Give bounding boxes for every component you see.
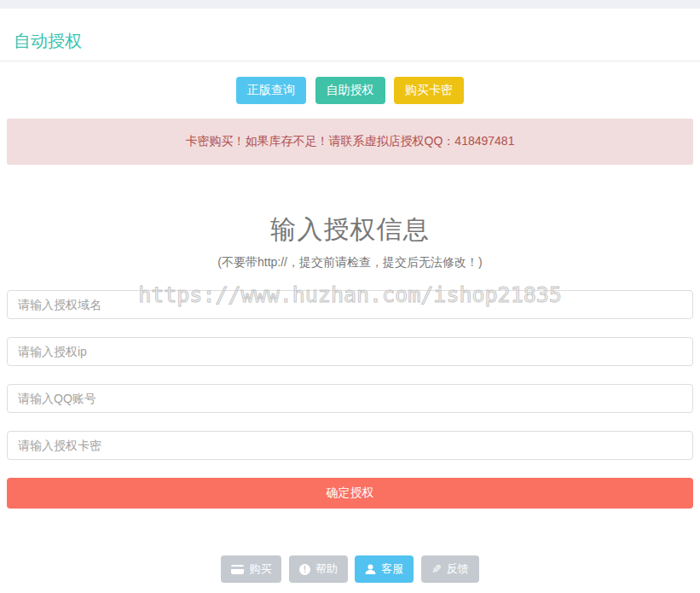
- top-accent-bar: [0, 0, 700, 9]
- feedback-button-label: 反馈: [447, 561, 469, 577]
- page-title: 自动授权: [14, 30, 686, 53]
- form-title: 输入授权信息: [0, 212, 700, 247]
- ip-input[interactable]: [7, 337, 693, 366]
- self-authorize-button[interactable]: 自助授权: [315, 77, 385, 104]
- buy-button[interactable]: 购买: [221, 555, 281, 583]
- user-icon: [365, 564, 376, 575]
- qq-account-input[interactable]: [7, 384, 693, 413]
- pencil-icon: [431, 564, 442, 575]
- help-button-label: 帮助: [315, 561, 338, 577]
- feedback-button[interactable]: 反馈: [421, 555, 479, 583]
- confirm-authorize-button[interactable]: 确定授权: [7, 478, 693, 509]
- info-circle-icon: [299, 564, 310, 575]
- nav-button-row: 正版查询 自助授权 购买卡密: [0, 77, 700, 104]
- help-button[interactable]: 帮助: [289, 555, 348, 583]
- card-key-input[interactable]: [7, 431, 693, 460]
- customer-service-button[interactable]: 客服: [355, 555, 414, 583]
- buy-button-label: 购买: [249, 561, 271, 577]
- page-header: 自动授权: [0, 9, 700, 61]
- genuine-query-button[interactable]: 正版查询: [236, 77, 306, 104]
- buy-card-key-button[interactable]: 购买卡密: [394, 77, 464, 104]
- form-heading: 输入授权信息 (不要带http://，提交前请检查，提交后无法修改！): [0, 212, 700, 270]
- domain-input[interactable]: [7, 290, 693, 319]
- customer-service-button-label: 客服: [381, 561, 403, 577]
- form-subtitle: (不要带http://，提交前请检查，提交后无法修改！): [0, 255, 700, 270]
- authorization-form: 确定授权: [0, 290, 700, 509]
- footer-button-row: 购买 帮助 客服 反馈: [0, 555, 700, 583]
- alert-banner: 卡密购买！如果库存不足！请联系虚拟店授权QQ：418497481: [7, 119, 693, 165]
- credit-card-icon: [231, 565, 244, 574]
- alert-text: 卡密购买！如果库存不足！请联系虚拟店授权QQ：418497481: [186, 134, 515, 148]
